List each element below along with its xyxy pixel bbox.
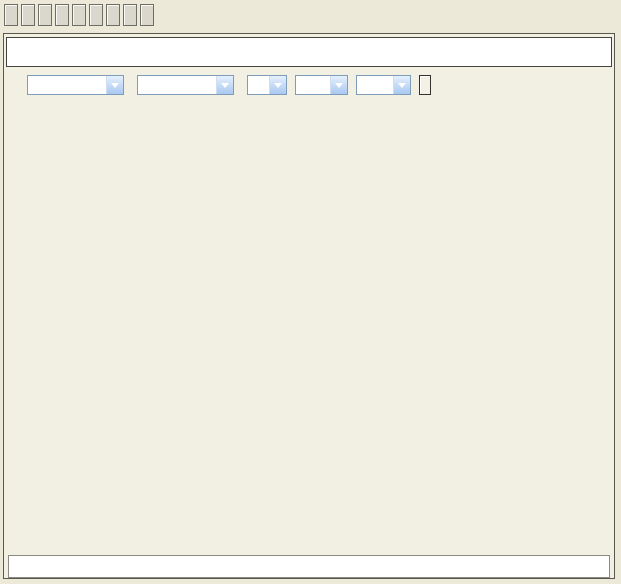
tab-5-jahre[interactable] [123, 4, 137, 26]
year-select[interactable] [356, 75, 411, 95]
tab-intraday[interactable] [4, 4, 18, 26]
tab-10-jahre[interactable] [140, 4, 154, 26]
chevron-down-icon [393, 76, 410, 94]
day-select[interactable] [247, 75, 287, 95]
tab-1-jahr[interactable] [72, 4, 86, 26]
series-color-swatch [37, 107, 68, 116]
chart-legend [37, 104, 76, 134]
month-select[interactable] [295, 75, 348, 95]
chevron-down-icon [269, 76, 286, 94]
zeitraum-select[interactable] [27, 75, 124, 95]
legend-row-average [37, 119, 76, 133]
quote-bar [6, 37, 612, 67]
price-chart-svg [4, 137, 614, 467]
volume-chart-svg [4, 467, 614, 549]
go-button[interactable] [419, 75, 431, 95]
chart-toolbar [4, 74, 431, 96]
tab-6-monate[interactable] [55, 4, 69, 26]
tab-2-jahre[interactable] [89, 4, 103, 26]
chevron-down-icon [216, 76, 233, 94]
tab-3-jahre[interactable] [106, 4, 120, 26]
chart-widget [0, 0, 621, 584]
report-bar [8, 555, 610, 578]
legend-row-series [37, 104, 76, 118]
chart-panel [3, 33, 615, 579]
intervall-select[interactable] [137, 75, 234, 95]
tab-5-tage[interactable] [21, 4, 35, 26]
chevron-down-icon [330, 76, 347, 94]
average-color-swatch [37, 122, 68, 131]
chevron-down-icon [106, 76, 123, 94]
period-tabs [4, 4, 154, 26]
tab-3-monate[interactable] [38, 4, 52, 26]
